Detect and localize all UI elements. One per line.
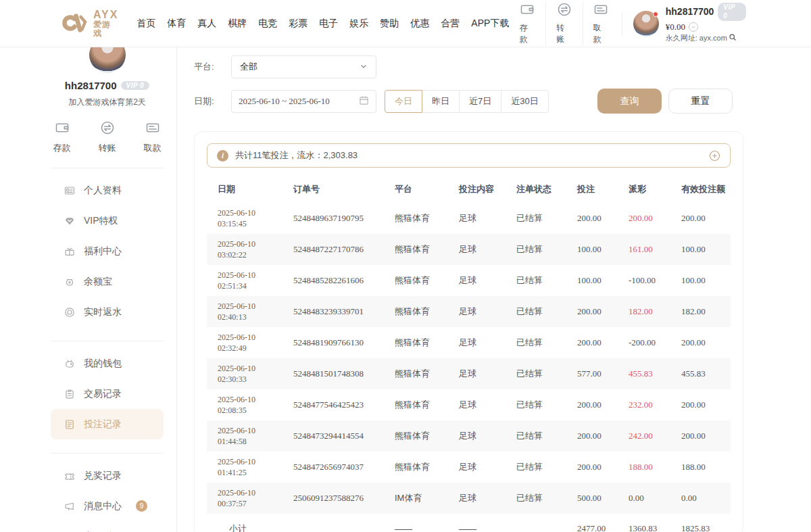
column-header-5: 投注 [577,183,629,195]
divider [622,12,622,35]
brand-name-cn: 爱游戏 [93,20,119,37]
cell-order: 5248472656974037 [293,462,395,473]
cell-date: 2025-06-1002:51:34 [218,270,293,291]
nav-item-esports[interactable]: 电竞 [258,18,277,30]
sidebar-item-yuebao[interactable]: 余额宝 [51,266,164,297]
header-quick-actions: 存款转账取款 [509,2,619,45]
cell-valid: 182.00 [681,306,731,317]
brand-logo-icon [59,13,88,33]
cell-payout: 200.00 [629,213,681,224]
cell-bet: 200.00 [577,337,629,348]
cell-date: 2025-06-1003:02:22 [218,239,293,260]
nav-item-slots[interactable]: 电子 [319,18,338,30]
sidebar-deposit-button[interactable]: 存款 [53,120,71,154]
records-card: i 共计11笔投注，流水：2,303.83 日期订单号平台投注内容注单状态投注派… [194,131,743,532]
cell-valid: 0.00 [681,493,731,504]
cell-date: 2025-06-1001:44:58 [218,425,293,447]
cell-order: 5248487227170786 [293,244,395,255]
table-row: 2025-06-1003:02:225248487227170786熊猫体育足球… [207,234,731,265]
search-icon[interactable] [729,33,737,44]
transfer-icon [557,2,572,20]
expand-plus-icon[interactable] [709,150,720,162]
cell-date: 2025-06-1001:41:25 [218,456,293,478]
quick-date-group: 今日昨日近7日近30日 [385,90,549,113]
info-icon: i [217,150,228,162]
sidebar-vip-badge: VIP 0 [121,81,150,90]
gift-icon [64,246,75,257]
nav-item-home[interactable]: 首页 [137,18,155,30]
cell-payout: 182.00 [629,306,681,317]
reset-button[interactable]: 重置 [668,89,733,114]
sidebar-item-profile[interactable]: 个人资料 [51,175,164,205]
deposit-button[interactable]: 存款 [509,2,545,45]
cell-bet: 577.00 [577,368,629,379]
nav-item-app-download[interactable]: APP下载 [471,18,509,30]
withdraw-button[interactable]: 取款 [583,2,620,45]
sidebar-transfer-button[interactable]: 转账 [99,120,116,154]
wallet-icon [55,120,70,138]
page: AYX 爱游戏 首页体育真人棋牌电竞彩票电子娱乐赞助优惠合营APP下载 存款转账… [0,0,811,532]
nav-item-board-games[interactable]: 棋牌 [228,18,247,30]
cell-payout: 161.00 [629,244,681,255]
withdraw-label: 取款 [144,142,162,154]
nav-item-lottery[interactable]: 彩票 [289,18,308,30]
cell-payout: 455.83 [629,368,681,379]
balance-refresh-icon[interactable] [689,22,698,32]
nav-item-promotions[interactable]: 优惠 [410,18,429,30]
sidebar-withdraw-button[interactable]: 取款 [144,120,162,154]
sidebar-item-prize-records[interactable]: 兑奖记录 [51,460,164,491]
cell-bet: 100.00 [577,244,629,255]
quick-date-yesterday[interactable]: 昨日 [422,90,460,113]
sidebar-item-realtime-rebate[interactable]: 实时返水 [51,297,164,327]
avatar[interactable] [633,11,659,37]
transfer-label: 转账 [99,142,116,154]
platform-select-value: 全部 [240,61,257,73]
top-header: AYX 爱游戏 首页体育真人棋牌电竞彩票电子娱乐赞助优惠合营APP下载 存款转账… [0,0,811,47]
sidebar-item-my-wallet[interactable]: 我的钱包 [51,348,164,379]
nav-item-live[interactable]: 真人 [197,18,216,30]
sidebar-item-vip-privileges[interactable]: VIP特权 [51,205,164,236]
sidebar-item-message-center[interactable]: 消息中心9 [51,491,164,521]
quick-date-last-7-days[interactable]: 近7日 [459,90,501,113]
cell-status: 已结算 [516,492,577,504]
sidebar: hh2817700 VIP 0 加入爱游戏体育第2天 存款转账取款 个人资料VI… [0,47,177,532]
date-range-value: 2025-06-10 ~ 2025-06-10 [239,96,330,107]
column-header-0: 日期 [218,183,293,195]
transfer-label: 转账 [556,22,572,45]
platform-select[interactable]: 全部 [231,55,376,78]
column-header-4: 注单状态 [516,183,577,195]
cell-date: 2025-06-1002:40:13 [218,301,293,322]
nav-item-affiliate[interactable]: 合营 [441,18,460,30]
transfer-button[interactable]: 转账 [545,2,583,45]
sidebar-item-label: VIP特权 [84,215,118,227]
cell-valid: 200.00 [681,431,731,441]
sidebar-item-feedback[interactable]: 意见反馈 [51,521,164,532]
divider [51,168,164,168]
nav-item-sports[interactable]: 体育 [167,18,186,30]
sidebar-username: hh2817700 [65,80,117,91]
cell-platform: 熊猫体育 [395,399,459,411]
cell-payout: 188.00 [629,462,681,473]
cell-date: 2025-06-1000:37:57 [218,487,293,509]
sidebar-item-label: 实时返水 [84,306,122,318]
rebate-icon [64,307,75,318]
sidebar-item-welfare-center[interactable]: 福利中心 [51,236,164,266]
quick-date-today[interactable]: 今日 [385,90,422,113]
cell-valid: 100.00 [681,275,731,286]
nav-item-sponsor[interactable]: 赞助 [380,18,399,30]
sidebar-item-transaction-records[interactable]: 交易记录 [51,379,164,409]
cell-status: 已结算 [516,274,577,287]
cell-bet: 100.00 [577,275,629,286]
brand-logo[interactable]: AYX 爱游戏 [59,9,119,38]
search-button[interactable]: 查询 [597,89,662,114]
sidebar-group-1: 个人资料VIP特权福利中心余额宝实时返水 [51,175,164,327]
cell-date: 2025-06-1002:32:49 [218,332,293,354]
cell-platform: IM体育 [395,492,459,504]
sidebar-item-label: 投注记录 [84,418,122,431]
date-range-input[interactable]: 2025-06-10 ~ 2025-06-10 [231,90,376,113]
cell-order: 5248477546425423 [293,400,395,410]
sidebar-item-bet-records[interactable]: 投注记录 [51,409,164,439]
quick-date-last-30-days[interactable]: 近30日 [501,90,548,113]
cell-valid: 200.00 [681,337,731,348]
nav-item-entertainment[interactable]: 娱乐 [349,18,368,30]
